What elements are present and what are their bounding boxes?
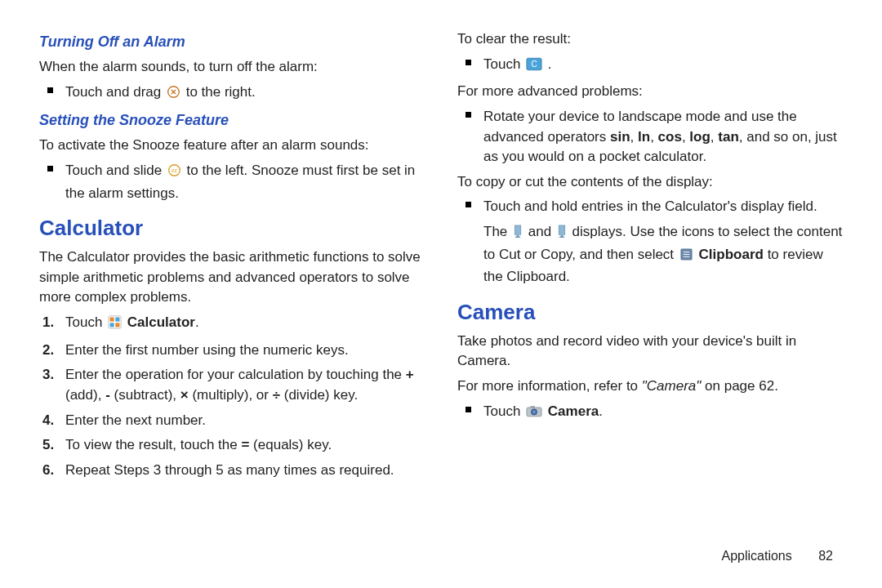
continuation: The and displays. Use the icons to selec… <box>457 222 843 287</box>
text: Touch <box>483 56 524 72</box>
text: The <box>483 224 511 239</box>
text: Touch <box>65 314 106 330</box>
alarm-x-icon <box>167 85 180 105</box>
bullet-item: Touch and hold entries in the Calculator… <box>457 197 843 217</box>
text: "Camera" <box>642 378 702 394</box>
heading-camera: Camera <box>457 297 843 328</box>
text: Repeat Steps 3 through 5 as many times a… <box>65 462 394 478</box>
snooze-zz-icon: zz <box>167 163 181 184</box>
text: (multiply), or <box>189 387 273 403</box>
text: For more information, refer to <box>457 378 642 394</box>
bullet-item: Touch C . <box>457 55 843 78</box>
text: Enter the first number using the numeric… <box>65 342 349 358</box>
op-ln: ln <box>638 129 650 145</box>
calculator-app-icon <box>108 315 122 336</box>
svg-rect-6 <box>110 323 114 327</box>
list-number: 3. <box>42 365 54 385</box>
text: to the right. <box>186 84 256 100</box>
list-number: 1. <box>42 313 54 333</box>
text: on page 62. <box>701 378 778 394</box>
op-cos: cos <box>658 129 682 145</box>
clipboard-icon <box>679 247 693 268</box>
op-sin: sin <box>610 129 630 145</box>
text: (divide) key. <box>280 387 358 403</box>
paragraph: For more advanced problems: <box>457 82 843 102</box>
svg-rect-11 <box>559 225 565 234</box>
heading-calculator: Calculator <box>39 213 425 244</box>
svg-text:C: C <box>531 60 537 69</box>
list-item: 4. Enter the next number. <box>39 411 425 431</box>
op-log: log <box>689 129 710 145</box>
text: Camera <box>548 403 599 419</box>
svg-text:zz: zz <box>172 167 177 173</box>
text: . <box>548 56 552 72</box>
text: Touch and hold entries in the Calculator… <box>483 198 817 214</box>
text: (subtract), <box>110 387 180 403</box>
paragraph: To activate the Snooze feature after an … <box>39 136 425 156</box>
camera-app-icon <box>526 404 542 425</box>
paragraph: The Calculator provides the basic arithm… <box>39 247 425 308</box>
list-number: 6. <box>42 461 54 481</box>
paragraph: When the alarm sounds, to turn off the a… <box>39 57 425 78</box>
right-column: To clear the result: Touch C . For more … <box>457 28 843 485</box>
list-item: 1. Touch Calculator. <box>39 313 425 336</box>
left-column: Turning Off an Alarm When the alarm soun… <box>39 28 425 485</box>
text: × <box>180 387 189 403</box>
page-footer: Applications 82 <box>721 549 833 564</box>
list-number: 4. <box>42 411 54 431</box>
svg-point-19 <box>533 411 536 413</box>
bullet-item: Touch and slide zz to the left. Snooze m… <box>39 161 425 203</box>
svg-rect-4 <box>110 318 114 322</box>
list-item: 6. Repeat Steps 3 through 5 as many time… <box>39 461 425 481</box>
list-item: 3. Enter the operation for your calculat… <box>39 365 425 405</box>
heading-turning-off-alarm: Turning Off an Alarm <box>39 31 425 52</box>
text: (add), <box>65 387 105 403</box>
text: . <box>195 314 199 330</box>
op-tan: tan <box>718 129 739 145</box>
text: Touch and drag <box>65 84 165 100</box>
paragraph: To copy or cut the contents of the displ… <box>457 172 843 193</box>
bullet-item: Touch and drag to the right. <box>39 82 425 105</box>
list-number: 2. <box>42 341 54 361</box>
paragraph: Take photos and record video with your d… <box>457 332 843 372</box>
bullet-item: Touch Camera. <box>457 402 843 425</box>
text: (equals) key. <box>249 437 332 452</box>
bullet-item: Rotate your device to landscape mode and… <box>457 107 843 167</box>
text: and <box>528 224 555 239</box>
svg-rect-10 <box>514 225 521 234</box>
svg-rect-17 <box>531 406 535 408</box>
text: Touch <box>483 403 524 419</box>
svg-rect-7 <box>115 323 119 327</box>
svg-rect-5 <box>115 318 119 322</box>
text: Enter the operation for your calculation… <box>65 367 406 382</box>
text: Calculator <box>127 314 195 330</box>
section-name: Applications <box>721 549 791 563</box>
text: + <box>406 367 414 382</box>
marker-end-icon <box>557 225 567 245</box>
text: Touch and slide <box>65 163 166 178</box>
heading-snooze: Setting the Snooze Feature <box>39 109 425 131</box>
list-item: 5. To view the result, touch the = (equa… <box>39 435 425 456</box>
text: . <box>599 403 603 419</box>
marker-start-icon <box>513 225 523 245</box>
text: ÷ <box>273 387 280 403</box>
list-number: 5. <box>42 435 54 456</box>
paragraph: For more information, refer to "Camera" … <box>457 376 843 397</box>
clear-c-icon: C <box>526 57 542 78</box>
text: Clipboard <box>699 247 764 262</box>
text: Enter the next number. <box>65 412 206 428</box>
paragraph: To clear the result: <box>457 29 843 50</box>
text: To view the result, touch the <box>65 437 241 452</box>
list-item: 2. Enter the first number using the nume… <box>39 341 425 361</box>
text: = <box>241 437 249 452</box>
page-number: 82 <box>818 549 833 563</box>
